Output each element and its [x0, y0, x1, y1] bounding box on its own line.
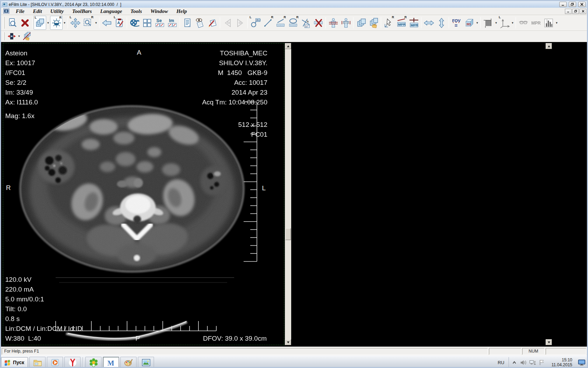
menu-edit[interactable]: Edit: [29, 8, 46, 15]
tray-network[interactable]: [528, 358, 537, 367]
scroll-up-button[interactable]: [285, 43, 291, 49]
angle-button[interactable]: θ57°: [299, 16, 312, 30]
media-player-button[interactable]: [47, 357, 63, 368]
show-desktop-button[interactable]: [576, 357, 587, 368]
prev-study-button[interactable]: St: [221, 16, 234, 30]
efilm-window: eFilm Lite - [SHILOV I.V.38Y., 2014 Apr …: [0, 0, 588, 368]
stack-mode-dropdown-arrow[interactable]: ▼: [46, 16, 50, 30]
mdi-child-icon[interactable]: [3, 8, 9, 14]
probe-button[interactable]: 35.2L: [249, 16, 261, 30]
orientation-axes-button[interactable]: L: [498, 16, 511, 30]
stereo-glasses-button[interactable]: [517, 16, 530, 30]
image-pane-active[interactable]: AsteionEx: 10017//FC01Se: 2/2Im: 33/49Ax…: [3, 43, 284, 345]
taskbar-clock[interactable]: 15:10 11.04.2015: [549, 357, 575, 367]
drag-series-icon: [368, 18, 379, 28]
back-arrow-button[interactable]: [100, 16, 113, 30]
flip-horizontal-button[interactable]: [422, 16, 435, 30]
localizer-lines-button[interactable]: [327, 16, 340, 30]
collimation-dropdown-arrow[interactable]: ▼: [494, 16, 498, 30]
svg-text:M: M: [107, 359, 114, 367]
window-level-button[interactable]: R: [50, 16, 63, 30]
volume-3d-dropdown-arrow[interactable]: ▼: [475, 16, 479, 30]
stack-mode-button[interactable]: L: [34, 16, 46, 30]
layout-grid-button[interactable]: [141, 16, 153, 30]
overlay-line: SHILOV I.V.38Y.: [202, 58, 267, 68]
pan-button[interactable]: L: [69, 16, 82, 30]
yandex-browser-button[interactable]: [64, 357, 80, 368]
localizer-scout-button[interactable]: [340, 16, 352, 30]
child-restore-button[interactable]: [572, 9, 579, 14]
delete-measurements-button[interactable]: [312, 16, 324, 30]
annotations-button[interactable]: AL: [113, 16, 126, 30]
histogram-dropdown-arrow[interactable]: ▼: [555, 16, 559, 30]
menu-bar: FileEditUtilityToolBarsLanguageToolsWind…: [1, 8, 587, 15]
scroll-down-button[interactable]: [546, 339, 552, 345]
start-label: Пуск: [13, 360, 24, 365]
tray-speaker[interactable]: [519, 358, 528, 367]
flip-vertical-button[interactable]: [435, 16, 448, 30]
menu-help[interactable]: Help: [172, 8, 191, 15]
child-minimize-button[interactable]: [565, 9, 572, 14]
scroll-down-button[interactable]: [285, 339, 291, 345]
drag-series-button[interactable]: [367, 16, 380, 30]
menu-language[interactable]: Language: [96, 8, 126, 15]
menu-toolbars[interactable]: ToolBars: [68, 8, 96, 15]
cursor-3d-button[interactable]: R: [382, 16, 395, 30]
folder-explorer-button[interactable]: [29, 357, 46, 368]
efilm-task-button[interactable]: M: [103, 357, 119, 368]
picture-viewer-button[interactable]: [138, 357, 154, 368]
start-button[interactable]: Пуск: [1, 357, 28, 368]
open-study-button[interactable]: [6, 16, 19, 30]
zoom-button[interactable]: R: [82, 16, 94, 30]
next-study-button[interactable]: St: [234, 16, 246, 30]
svg-text:St: St: [227, 21, 230, 25]
volume-3d-button[interactable]: 3D: [463, 16, 475, 30]
zoom-dropdown-arrow[interactable]: ▼: [94, 16, 98, 30]
close-study-button[interactable]: [19, 16, 31, 30]
image-pane-empty[interactable]: [292, 43, 546, 345]
child-close-button[interactable]: [580, 9, 586, 14]
toolbar-separator: [326, 17, 326, 28]
fov-equalize-button[interactable]: FOV=: [450, 16, 463, 30]
no-drag-button[interactable]: [21, 32, 32, 41]
menu-utility[interactable]: Utility: [46, 8, 68, 15]
tray-chevron-up[interactable]: [510, 358, 519, 367]
line-tool-button[interactable]: R: [261, 16, 274, 30]
menu-file[interactable]: File: [12, 8, 29, 15]
collimation-button[interactable]: [482, 16, 494, 30]
series-per-screen-button[interactable]: Se: [153, 16, 166, 30]
scroll-up-button[interactable]: [546, 43, 552, 49]
histogram-button[interactable]: [542, 16, 555, 30]
toolbar-separator: [381, 17, 381, 28]
edit-report-button[interactable]: [206, 16, 219, 30]
view-report-button[interactable]: [194, 16, 206, 30]
fit-to-window-dropdown-arrow[interactable]: ▼: [17, 29, 21, 43]
report-button[interactable]: [181, 16, 194, 30]
restore-button[interactable]: [569, 2, 576, 7]
overlay-mag: Mag: 1.6x: [5, 111, 34, 121]
mpr-cross-button[interactable]: MPR: [407, 16, 420, 30]
toolbar-gripper[interactable]: [3, 17, 5, 29]
close-button[interactable]: [578, 2, 586, 7]
fit-to-window-button[interactable]: [6, 32, 17, 41]
ruler-button[interactable]: R: [274, 16, 287, 30]
minimize-button[interactable]: [559, 2, 567, 7]
menu-window[interactable]: Window: [146, 8, 172, 15]
toolbar-gripper[interactable]: [3, 32, 5, 40]
scrollbar-thumb[interactable]: [285, 228, 291, 240]
paint-palette-button[interactable]: [120, 357, 136, 368]
icq-flower-button[interactable]: [85, 357, 102, 368]
mpr-line-button[interactable]: MPRR: [395, 16, 407, 30]
orientation-axes-dropdown-arrow[interactable]: ▼: [511, 16, 514, 30]
pane1-scrollbar[interactable]: [285, 43, 291, 345]
menu-tools[interactable]: Tools: [126, 8, 146, 15]
pane2-scrollbar[interactable]: [546, 43, 552, 345]
images-per-series-button[interactable]: Im: [166, 16, 178, 30]
cine-button[interactable]: [128, 16, 141, 30]
ellipse-roi-button[interactable]: R: [287, 16, 299, 30]
tray-flag[interactable]: [538, 358, 546, 367]
language-indicator[interactable]: RU: [495, 360, 507, 365]
link-series-button[interactable]: [355, 16, 367, 30]
window-level-dropdown-arrow[interactable]: ▼: [63, 16, 66, 30]
mpr-label-button[interactable]: MPR: [530, 16, 542, 30]
